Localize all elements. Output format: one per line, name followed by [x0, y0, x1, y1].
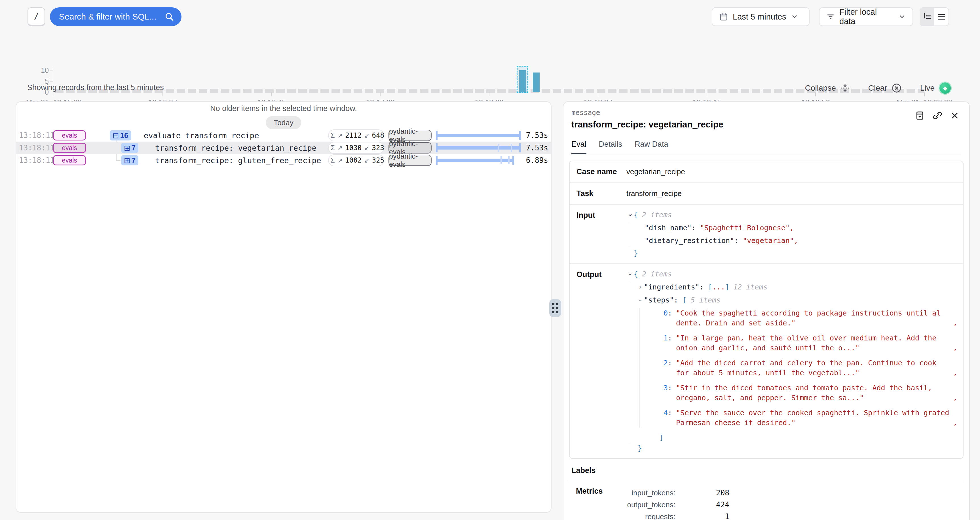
duration-gantt-bar[interactable] [436, 131, 521, 140]
sigma-icon: Σ [331, 132, 335, 140]
x-tick-mark [162, 92, 163, 96]
live-toggle[interactable]: Live ◆ [920, 82, 951, 95]
input-label: Input [570, 205, 627, 263]
labels-section-header: Labels [569, 466, 964, 481]
project-tag[interactable]: pydantic-evals [388, 142, 431, 154]
eval-summary-card: Case name vegetarian_recipe Task transfo… [569, 160, 964, 459]
clear-circle-x-icon [891, 83, 902, 94]
duration-gantt-bar[interactable] [436, 143, 521, 152]
calendar-icon [719, 12, 728, 21]
case-name-label: Case name [570, 161, 627, 182]
output-token-count: 325 [372, 156, 384, 164]
tag-pill-evals[interactable]: evals [53, 130, 86, 141]
keyboard-shortcut-key: / [27, 7, 45, 26]
collapse-vertical-icon [840, 83, 850, 93]
span-count-toggle[interactable]: ⊞ 7 [121, 155, 138, 165]
output-row: Output ›{2 items ›"ingredients": [...]12… [570, 264, 963, 458]
span-count: 16 [120, 131, 129, 140]
case-name-row: Case name vegetarian_recipe [570, 161, 963, 183]
panel-resize-handle[interactable] [549, 299, 561, 317]
view-mode-toggle [920, 7, 949, 26]
trace-timestamp: 13:18:11 [19, 131, 54, 140]
trace-list-panel: No older items in the selected time wind… [16, 101, 552, 513]
empty-window-notice: No older items in the selected time wind… [16, 104, 551, 113]
trace-row-vegetarian-recipe[interactable]: 13:18:11 evals ⊞ 7 transform_recipe: veg… [16, 142, 551, 154]
step-item: 0:"Cook the spaghetti according to packa… [651, 308, 957, 328]
records-timeline-chart: 10 5 0 Mar 31. 13:15:30 13:16:07 13:16:4… [0, 31, 980, 79]
dock-panel-icon [915, 111, 925, 120]
chevron-right-icon[interactable]: › [636, 282, 644, 292]
trace-message: transform_recipe: vegetarian_recipe [155, 144, 317, 152]
project-tag[interactable]: pydantic-evals [388, 130, 431, 141]
json-entry-steps: ›"steps": [5 items [636, 295, 957, 305]
trace-row-evaluate-transform-recipe[interactable]: 13:18:11 evals ⊟ 16 evaluate transform_r… [16, 129, 551, 142]
chevron-down-icon[interactable]: › [625, 212, 635, 219]
output-json-viewer: ›{2 items ›"ingredients": [...]12 items … [627, 264, 963, 458]
duration-gantt-bar[interactable] [436, 156, 521, 165]
span-count: 7 [132, 156, 135, 165]
chevron-down-icon [898, 13, 906, 21]
close-icon [950, 111, 959, 120]
step-item: 4:"Serve the sauce over the cooked spagh… [651, 408, 957, 428]
collapse-button[interactable]: Collapse [805, 83, 850, 93]
duration-value: 7.53s [523, 144, 548, 152]
tab-details[interactable]: Details [599, 140, 622, 154]
trace-timestamp: 13:18:11 [19, 156, 54, 165]
chevron-down-icon[interactable]: › [635, 297, 645, 304]
x-tick-mark [598, 92, 598, 96]
item-count: 2 items [642, 270, 672, 278]
record-count-bar[interactable] [533, 73, 539, 92]
project-tag[interactable]: pydantic-evals [388, 155, 431, 166]
tree-view-toggle[interactable] [920, 8, 934, 25]
task-label: Task [570, 183, 627, 204]
step-item: 3:"Stir in the diced tomatoes and tomato… [651, 383, 957, 403]
arrow-down-left-icon: ↙ [364, 144, 369, 152]
close-panel-button[interactable] [950, 111, 959, 120]
record-count-bar[interactable] [519, 70, 526, 92]
token-usage-chip[interactable]: Σ ↗ 1030 ↙ 323 [328, 142, 384, 154]
chevron-down-icon[interactable]: › [625, 271, 635, 278]
token-usage-chip[interactable]: Σ ↗ 1082 ↙ 325 [328, 154, 384, 166]
token-usage-chip[interactable]: Σ ↗ 2112 ↙ 648 [328, 130, 384, 141]
metric-row: output_tokens:424 [626, 499, 729, 510]
input-row: Input ›{2 items "dish_name": "Spaghetti … [570, 205, 963, 264]
expand-square-icon: ⊞ [124, 157, 130, 164]
live-indicator-icon: ◆ [939, 82, 951, 95]
arrow-down-left-icon: ↙ [364, 132, 369, 139]
trace-row-gluten-free-recipe[interactable]: 13:18:11 evals ⊞ 7 transform_recipe: glu… [16, 154, 551, 166]
clear-button[interactable]: Clear [868, 83, 902, 94]
search-icon [164, 12, 174, 22]
copy-link-button[interactable] [932, 111, 943, 120]
time-range-dropdown[interactable]: Last 5 minutes [712, 7, 810, 26]
span-count-toggle[interactable]: ⊞ 7 [121, 143, 138, 153]
sigma-icon: Σ [331, 156, 335, 164]
filter-label: Filter local data [839, 7, 894, 26]
timeline-baseline [55, 89, 924, 93]
step-item: 2:"Add the diced carrot and celery to th… [651, 358, 957, 378]
tab-eval[interactable]: Eval [571, 140, 586, 154]
flat-list-view-toggle[interactable] [934, 8, 948, 25]
tree-list-icon [923, 12, 932, 22]
arrow-up-right-icon: ↗ [337, 157, 342, 164]
expand-square-icon: ⊞ [124, 144, 130, 152]
output-label: Output [570, 264, 627, 458]
time-range-label: Last 5 minutes [733, 12, 786, 22]
metric-row: input_tokens:208 [626, 487, 729, 499]
record-kind-label: message [571, 109, 969, 117]
records-window-status: Showing records from the last 5 minutes [27, 83, 164, 92]
trace-message: evaluate transform_recipe [144, 131, 259, 140]
filter-local-data-dropdown[interactable]: Filter local data [819, 7, 913, 26]
search-button[interactable]: Search & filter with SQL... [50, 7, 181, 26]
detail-panel-title: transform_recipe: vegetarian_recipe [571, 119, 969, 130]
x-tick-mark [489, 92, 490, 96]
clear-label: Clear [868, 84, 887, 93]
tab-raw-data[interactable]: Raw Data [635, 140, 668, 154]
tag-pill-evals[interactable]: evals [53, 143, 86, 153]
duration-value: 7.53s [523, 131, 548, 140]
span-count-toggle[interactable]: ⊟ 16 [110, 130, 131, 141]
step-item: 1:"In a large pan, heat the olive oil ov… [651, 333, 957, 353]
dock-panel-button[interactable] [915, 111, 925, 120]
json-entry-ingredients: ›"ingredients": [...]12 items [636, 282, 957, 292]
tag-pill-evals[interactable]: evals [53, 155, 86, 165]
collapse-square-icon: ⊟ [113, 132, 119, 140]
